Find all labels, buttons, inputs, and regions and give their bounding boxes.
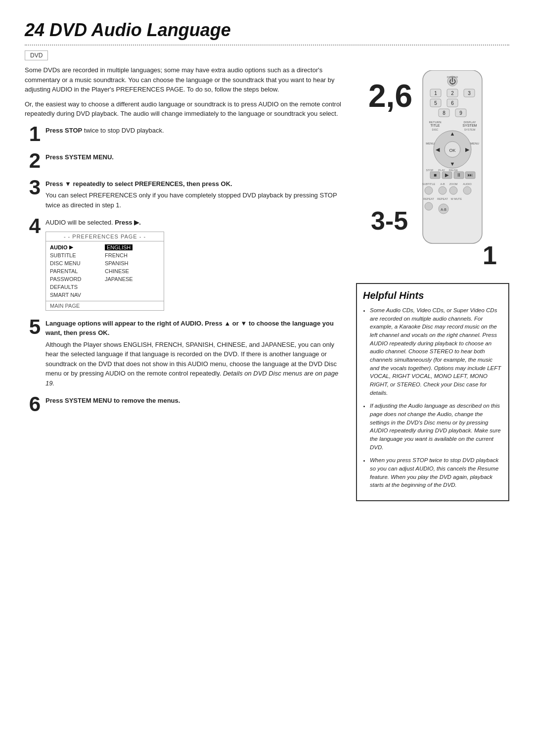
svg-text:MENU: MENU [426, 142, 435, 145]
pref-header: - - PREFERENCES PAGE - - [46, 232, 164, 241]
svg-text:2: 2 [451, 91, 454, 96]
step-4-bold: Press ▶. [115, 219, 141, 226]
step-3-rest: You can select PREFERENCES only if you h… [45, 190, 341, 210]
svg-text:■: ■ [434, 172, 437, 178]
helpful-hints-title: Helpful Hints [363, 290, 502, 301]
remote-svg: ⏻ POWER 1 2 3 5 6 [413, 70, 492, 248]
svg-text:▼: ▼ [450, 161, 455, 167]
svg-point-50 [449, 187, 457, 194]
pref-english: ENGLISH [105, 243, 160, 251]
svg-text:⏸: ⏸ [456, 172, 461, 178]
remote-container: 2,6 ⏻ POWER 1 2 [356, 65, 509, 273]
step-5-row: 5 Language options will appear to the ri… [25, 317, 341, 388]
svg-text:▲: ▲ [450, 131, 455, 137]
svg-text:▶: ▶ [445, 172, 449, 178]
pref-chinese: CHINESE [105, 267, 160, 275]
step-4-content: AUDIO will be selected. Press ▶. - - PRE… [45, 216, 341, 311]
pref-audio-arrow: ▶ [69, 244, 73, 250]
svg-text:ZOOM: ZOOM [449, 183, 458, 186]
svg-text:9: 9 [459, 110, 462, 116]
page-title: 24 DVD Audio Language [25, 20, 509, 41]
svg-text:AUDIO: AUDIO [463, 183, 472, 186]
pref-audio-label: AUDIO [50, 244, 67, 250]
svg-text:1: 1 [434, 91, 437, 96]
step-6-number: 6 [25, 394, 41, 415]
helpful-hints-list: Some Audio CDs, Video CDs, or Super Vide… [363, 306, 502, 489]
pref-japanese: JAPANESE [105, 275, 160, 283]
step-1-number: 1 [25, 124, 41, 144]
step-5-number: 5 [25, 317, 41, 337]
svg-text:STOP: STOP [426, 169, 434, 172]
svg-text:A-B: A-B [440, 183, 445, 186]
step-label-1: 1 [483, 242, 497, 268]
step-1-bold: Press STOP [45, 127, 82, 134]
step-5-bold: Language options will appear to the righ… [45, 320, 334, 337]
hint-2: If adjusting the Audio language as descr… [370, 402, 502, 451]
svg-text:SUBTITLE: SUBTITLE [422, 183, 436, 186]
svg-text:POWER: POWER [447, 76, 458, 79]
step-2-row: 2 Press SYSTEM MENU. [25, 150, 341, 171]
hint-3: When you press STOP twice to stop DVD pl… [370, 456, 502, 489]
section-divider [25, 45, 509, 46]
hint-1: Some Audio CDs, Video CDs, or Super Vide… [370, 306, 502, 397]
svg-text:PLAY: PLAY [438, 169, 445, 172]
svg-point-51 [463, 187, 471, 194]
step-4-row: 4 AUDIO will be selected. Press ▶. - - P… [25, 216, 341, 311]
pref-disc-menu: DISC MENU [50, 259, 105, 267]
step-1-row: 1 Press STOP twice to stop DVD playback. [25, 124, 341, 144]
svg-text:⏭: ⏭ [468, 172, 473, 178]
svg-text:OK: OK [449, 148, 455, 153]
svg-text:◀: ◀ [436, 146, 440, 152]
svg-text:▶: ▶ [465, 146, 470, 152]
svg-text:5: 5 [434, 100, 437, 106]
svg-text:8: 8 [443, 110, 445, 116]
svg-text:SYSTEM: SYSTEM [463, 124, 477, 127]
step-3-row: 3 Press ▼ repeatedly to select PREFERENC… [25, 177, 341, 210]
helpful-hints-box: Helpful Hints Some Audio CDs, Video CDs,… [356, 283, 509, 501]
step-6-content: Press SYSTEM MENU to remove the menus. [45, 394, 341, 406]
step-2-content: Press SYSTEM MENU. [45, 150, 341, 162]
pref-spanish: SPANISH [105, 259, 160, 267]
svg-text:REPEAT: REPEAT [423, 197, 434, 200]
step-6-bold: Press SYSTEM MENU to remove the menus. [45, 397, 180, 404]
right-column: 2,6 ⏻ POWER 1 2 [356, 65, 509, 501]
dvd-badge: DVD [25, 50, 48, 60]
remote-big-number: 2,6 [368, 80, 412, 112]
step-5-rest: Although the Player shows ENGLISH, FRENC… [45, 340, 341, 388]
svg-point-49 [439, 187, 446, 194]
pref-footer: MAIN PAGE [46, 301, 164, 310]
step-1-content: Press STOP twice to stop DVD playback. [45, 124, 341, 136]
left-column: Some DVDs are recorded in multiple langu… [25, 65, 341, 501]
step-3-bold: Press ▼ repeatedly to select PREFERENCES… [45, 180, 232, 188]
svg-point-55 [425, 202, 433, 210]
preferences-box: - - PREFERENCES PAGE - - AUDIO ▶ SUBTITL… [45, 232, 164, 311]
hint-3-text: When you press STOP twice to stop DVD pl… [370, 457, 498, 488]
pref-defaults: DEFAULTS [50, 283, 105, 291]
pref-audio-item: AUDIO ▶ [50, 243, 105, 251]
step-3-number: 3 [25, 177, 41, 198]
steps-section: 1 Press STOP twice to stop DVD playback.… [25, 124, 341, 415]
pref-password: PASSWORD [50, 275, 105, 283]
svg-text:PAUSE: PAUSE [449, 169, 458, 172]
svg-text:TITLE: TITLE [430, 124, 440, 127]
pref-body: AUDIO ▶ SUBTITLE DISC MENU PARENTAL PASS… [46, 241, 164, 301]
svg-text:W MUTE: W MUTE [451, 197, 462, 200]
pref-left-col: AUDIO ▶ SUBTITLE DISC MENU PARENTAL PASS… [50, 243, 105, 299]
step-1-rest: twice to stop DVD playback. [82, 127, 164, 134]
svg-text:DISC: DISC [432, 128, 438, 131]
step-5-content: Language options will appear to the righ… [45, 317, 341, 388]
step-3-content: Press ▼ repeatedly to select PREFERENCES… [45, 177, 341, 210]
step-4-prefix: AUDIO will be selected. [45, 219, 115, 226]
svg-text:MENU: MENU [470, 142, 479, 145]
svg-point-48 [425, 187, 433, 194]
pref-right-col: ENGLISH FRENCH SPANISH CHINESE JAPANESE [105, 243, 160, 299]
svg-text:REPEAT: REPEAT [437, 197, 448, 200]
svg-text:SYSTEM: SYSTEM [464, 128, 476, 131]
hint-2-text: If adjusting the Audio language as descr… [370, 403, 501, 450]
step-4-number: 4 [25, 216, 41, 236]
pref-english-highlight: ENGLISH [105, 244, 133, 250]
step-label-35: 3-5 [371, 208, 408, 234]
svg-text:3: 3 [468, 91, 471, 96]
pref-parental: PARENTAL [50, 267, 105, 275]
pref-subtitle: SUBTITLE [50, 251, 105, 259]
